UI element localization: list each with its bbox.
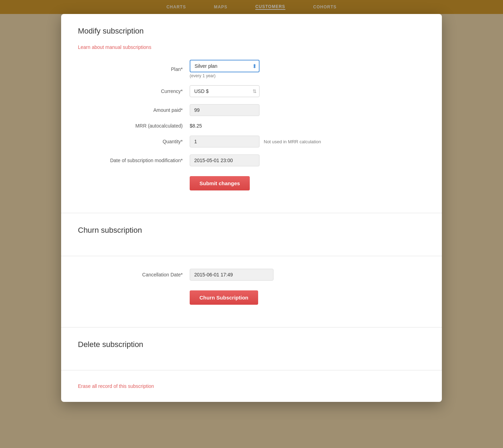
mrr-label: MRR (autocalculated) (78, 123, 190, 129)
churn-fields-section: Cancellation Date* Churn Subscription (61, 256, 442, 327)
date-input[interactable] (190, 154, 260, 166)
amount-control (190, 104, 425, 116)
submit-changes-button[interactable]: Submit changes (190, 176, 250, 190)
plan-wrapper: Silver plan ⬍ (every 1 year) (190, 60, 260, 78)
amount-label: Amount paid* (78, 107, 190, 113)
churn-btn-offset: Churn Subscription (190, 288, 258, 308)
date-control (190, 154, 425, 166)
currency-row: Currency* USD $ ⇅ (78, 85, 425, 97)
cancellation-date-input[interactable] (190, 269, 274, 281)
churn-btn-row: Churn Subscription (78, 288, 425, 308)
quantity-row: Quantity* Not used in MRR calculation (78, 136, 425, 147)
churn-section-title: Churn subscription (78, 226, 425, 235)
quantity-input[interactable] (190, 136, 260, 147)
delete-section-title: Delete subscription (78, 340, 425, 349)
modify-section-title: Modify subscription (78, 27, 425, 36)
mrr-value: $8.25 (190, 123, 202, 129)
delete-erase-section: Erase all record of this subscription (61, 370, 442, 402)
plan-period-text: (every 1 year) (190, 73, 260, 78)
mrr-control: $8.25 (190, 123, 425, 129)
plan-select-wrapper: Silver plan ⬍ (190, 60, 260, 72)
quantity-note: Not used in MRR calculation (264, 139, 321, 144)
amount-row: Amount paid* (78, 104, 425, 116)
cancellation-row: Cancellation Date* (78, 269, 425, 281)
erase-all-record-link[interactable]: Erase all record of this subscription (78, 383, 154, 389)
cancellation-control (190, 269, 425, 281)
currency-label: Currency* (78, 88, 190, 94)
learn-about-manual-subscriptions-link[interactable]: Learn about manual subscriptions (78, 44, 151, 50)
plan-control: Silver plan ⬍ (every 1 year) (190, 60, 425, 78)
quantity-label: Quantity* (78, 139, 190, 144)
mrr-row: MRR (autocalculated) $8.25 (78, 123, 425, 129)
cancellation-label: Cancellation Date* (78, 272, 190, 277)
churn-subscription-section: Churn subscription (61, 213, 442, 256)
currency-control: USD $ ⇅ (190, 85, 425, 97)
modal: Modify subscription Learn about manual s… (61, 14, 442, 402)
date-label: Date of subscription modification* (78, 158, 190, 163)
amount-input[interactable] (190, 104, 260, 116)
currency-select[interactable]: USD $ (190, 85, 260, 97)
churn-subscription-button[interactable]: Churn Subscription (190, 290, 258, 305)
plan-row: Plan* Silver plan ⬍ (every 1 year) (78, 60, 425, 78)
currency-select-wrapper: USD $ ⇅ (190, 85, 260, 97)
modify-subscription-section: Modify subscription Learn about manual s… (61, 14, 442, 213)
delete-subscription-section: Delete subscription (61, 327, 442, 370)
plan-label: Plan* (78, 66, 190, 72)
plan-select[interactable]: Silver plan (190, 60, 260, 72)
date-row: Date of subscription modification* (78, 154, 425, 166)
submit-btn-offset: Submit changes (190, 173, 250, 193)
quantity-control: Not used in MRR calculation (190, 136, 425, 147)
submit-row: Submit changes (78, 173, 425, 193)
